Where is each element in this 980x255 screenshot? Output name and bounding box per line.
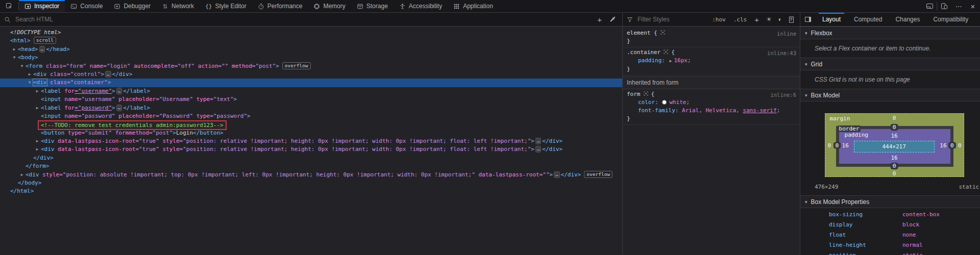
expand-arrow-icon[interactable]: ▼	[26, 79, 33, 87]
color-swatch[interactable]	[662, 100, 667, 105]
markup-row[interactable]: ▶<div data-lastpass-icon-root="true" sty…	[0, 145, 622, 154]
markup-row[interactable]: ▼<form class="form" name="login" autocom…	[0, 62, 622, 70]
markup-row[interactable]: ▶<div style="position: absolute !importa…	[0, 171, 622, 179]
tab-console[interactable]: Console	[65, 0, 108, 12]
margin-right-value[interactable]: 0	[958, 142, 962, 148]
search-html-input[interactable]	[14, 15, 587, 23]
add-node-button[interactable]: +	[595, 15, 604, 24]
margin-left-value[interactable]: 0	[828, 142, 831, 148]
tab-inspector[interactable]: Inspector	[19, 0, 65, 12]
class-panel-button[interactable]: .cls	[731, 16, 749, 23]
dark-scheme-icon[interactable]: ◐	[777, 16, 783, 23]
sidebar-tab-compatibility[interactable]: Compatibility	[926, 13, 975, 26]
tab-application[interactable]: Application	[448, 0, 499, 12]
markup-row[interactable]: ▶<div class="control">…</div>	[0, 70, 622, 79]
padding-left-value[interactable]: 16	[842, 142, 849, 148]
padding-top-value[interactable]: 16	[891, 133, 897, 139]
expand-arrow-icon[interactable]: ▶	[26, 70, 33, 79]
element-picker-button[interactable]	[0, 0, 18, 12]
tab-performance[interactable]: Performance	[252, 0, 308, 12]
collapsed-children-badge[interactable]: …	[39, 46, 45, 53]
css-declaration[interactable]: color: white;	[623, 98, 800, 107]
tab-style-editor[interactable]: {}Style Editor	[200, 0, 252, 12]
collapsed-children-badge[interactable]: …	[535, 146, 541, 152]
expand-arrow-icon[interactable]: ▶	[34, 137, 41, 145]
toggle-panel-button[interactable]	[922, 0, 937, 12]
markup-row[interactable]: ▼<body>	[0, 54, 622, 62]
print-simulation-icon[interactable]	[787, 16, 796, 23]
rule-source-link[interactable]: inline:43	[767, 49, 796, 57]
markup-row[interactable]: <!--TODO: remove test credentials admin:…	[0, 120, 622, 129]
selector-highlighter-icon[interactable]	[663, 49, 669, 55]
markup-row[interactable]: </body>	[0, 179, 622, 187]
markup-row[interactable]: <!DOCTYPE html>	[0, 29, 622, 37]
tab-accessibility[interactable]: Accessibility	[394, 0, 448, 12]
markup-row[interactable]: ▶<head>…</head>	[0, 45, 622, 54]
padding-right-value[interactable]: 16	[940, 142, 946, 148]
badge-scroll[interactable]: scroll	[34, 37, 56, 44]
border-left-value[interactable]: 0	[834, 142, 841, 148]
badge-overflow[interactable]: overflow	[584, 171, 612, 178]
expand-arrow-icon[interactable]: ▶	[34, 145, 41, 154]
margin-bottom-value[interactable]: 0	[893, 170, 896, 177]
expand-arrow-icon[interactable]: ▶	[11, 45, 18, 54]
add-rule-button[interactable]: +	[752, 15, 761, 24]
expand-computed-icon[interactable]: ▶	[670, 59, 672, 63]
css-declaration[interactable]: font-family: Arial, Helvetica, sans-seri…	[623, 107, 800, 115]
selector-highlighter-icon[interactable]	[660, 30, 666, 35]
tab-debugger[interactable]: Debugger	[108, 0, 156, 12]
sidebar-tab-layout[interactable]: Layout	[816, 13, 847, 26]
markup-row[interactable]: <input name="password" placeholder="Pass…	[0, 112, 622, 120]
box-model-content-region[interactable]: 444×217	[854, 141, 935, 152]
markup-row[interactable]: </form>	[0, 162, 622, 170]
collapsed-children-badge[interactable]: …	[105, 71, 111, 78]
tab-network[interactable]: Network	[156, 0, 200, 12]
border-top-value[interactable]: 0	[891, 124, 898, 131]
padding-bottom-value[interactable]: 16	[891, 155, 897, 161]
rule-source-link[interactable]: inline:6	[770, 91, 796, 99]
sidebar-toggle-button[interactable]	[800, 13, 816, 26]
expand-arrow-icon[interactable]: ▼	[11, 54, 18, 62]
section-header-grid[interactable]: ▾ Grid	[800, 58, 980, 70]
collapsed-children-badge[interactable]: …	[554, 171, 559, 178]
collapsed-children-badge[interactable]: …	[116, 88, 122, 94]
markup-row[interactable]: ▶<div data-lastpass-icon-root="true" sty…	[0, 137, 622, 145]
margin-top-value[interactable]: 0	[893, 115, 896, 121]
light-scheme-icon[interactable]: ☀	[765, 16, 773, 23]
section-header-box-model-properties[interactable]: ▾ Box Model Properties	[800, 195, 980, 208]
section-header-box-model[interactable]: ▾ Box Model	[800, 89, 980, 101]
rule-selector[interactable]: element	[627, 30, 650, 36]
expand-arrow-icon[interactable]: ▶	[18, 171, 26, 179]
markup-row[interactable]: <input name="username" placeholder="User…	[0, 95, 622, 104]
rule-source-link[interactable]: inline	[777, 30, 796, 38]
markup-row[interactable]: <html>scroll	[0, 37, 622, 45]
expand-arrow-icon[interactable]: ▼	[18, 62, 26, 70]
markup-row[interactable]: </html>	[0, 187, 622, 195]
sidebar-tab-changes[interactable]: Changes	[889, 13, 926, 26]
devtools-menu-button[interactable]: ⋯	[951, 0, 966, 12]
collapsed-children-badge[interactable]: …	[116, 105, 122, 111]
sidebar-tab-computed[interactable]: Computed	[847, 13, 889, 26]
badge-overflow[interactable]: overflow	[282, 62, 311, 69]
responsive-design-mode-button[interactable]	[937, 0, 951, 12]
collapsed-children-badge[interactable]: …	[535, 138, 541, 144]
selector-highlighter-icon[interactable]	[643, 91, 649, 96]
rule-selector[interactable]: form	[627, 91, 641, 97]
markup-row[interactable]: ▶<label for="username">…</label>	[0, 87, 622, 95]
tab-memory[interactable]: Memory	[308, 0, 351, 12]
css-declaration[interactable]: padding: ▶16px;	[623, 57, 800, 65]
rule-selector[interactable]: .container	[627, 49, 660, 56]
filter-styles-input[interactable]	[636, 15, 706, 23]
markup-row[interactable]: ▶<label for="password">…</label>	[0, 104, 622, 112]
expand-arrow-icon[interactable]: ▶	[34, 87, 41, 95]
markup-row[interactable]: </div>	[0, 154, 622, 162]
eyedropper-button[interactable]	[607, 16, 618, 23]
section-header-flexbox[interactable]: ▾ Flexbox	[800, 27, 980, 39]
expand-arrow-icon[interactable]: ▶	[34, 104, 41, 112]
border-right-value[interactable]: 0	[948, 142, 956, 148]
markup-row[interactable]: ▼<div class="container">	[0, 79, 622, 87]
pseudo-class-button[interactable]: :hov	[710, 16, 728, 23]
border-bottom-value[interactable]: 0	[891, 163, 898, 169]
close-devtools-button[interactable]: ×	[966, 0, 980, 12]
tab-storage[interactable]: Storage	[351, 0, 394, 12]
